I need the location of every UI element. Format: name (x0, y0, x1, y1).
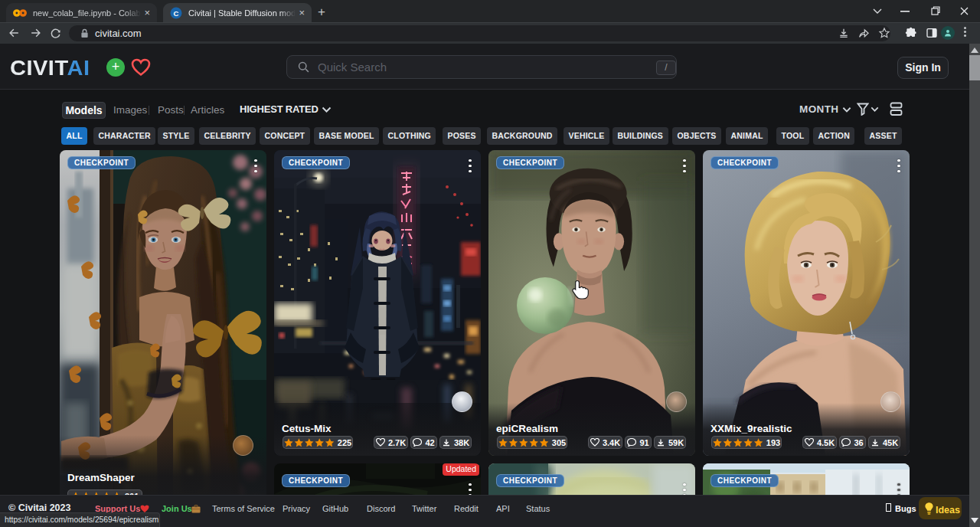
svg-text:C: C (174, 8, 179, 17)
